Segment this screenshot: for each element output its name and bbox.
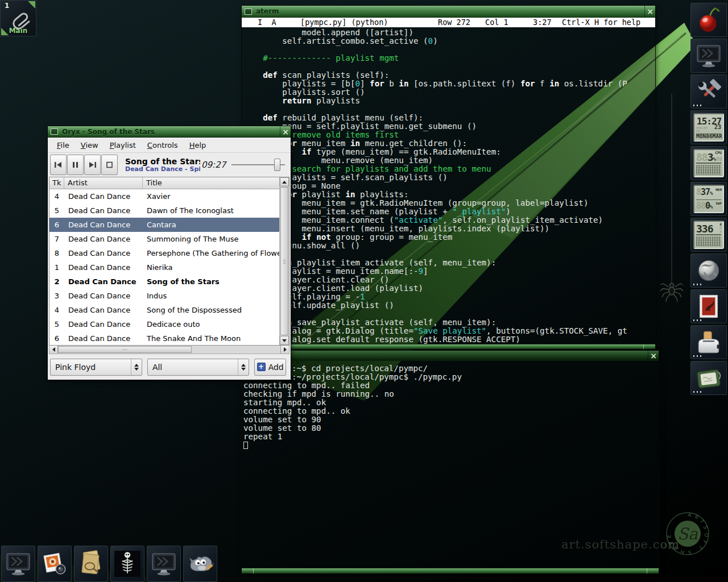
code-line: player.client.load (playlist) bbox=[243, 284, 655, 293]
horizontal-scroll-track[interactable] bbox=[192, 346, 280, 354]
code-line: self.artist_combo.set_active (0) bbox=[243, 37, 655, 45]
table-row[interactable]: 4Dead Can DanceXavier bbox=[49, 189, 279, 203]
cell-tk: 6 bbox=[49, 221, 64, 229]
table-row[interactable]: 6Dead Can DanceCantara bbox=[49, 218, 279, 232]
editor-terminal-titlebar[interactable]: aterm × bbox=[242, 6, 655, 18]
shell-line: repeat 1 bbox=[243, 433, 659, 441]
cell-artist: Dead Can Dance bbox=[64, 235, 143, 243]
close-button[interactable]: × bbox=[644, 6, 655, 17]
code-line: def rebuild_playlist_menu (self): bbox=[243, 114, 655, 122]
workspace-label: Main bbox=[1, 27, 36, 35]
taskbar bbox=[1, 546, 217, 582]
dock-item-sketchpad[interactable] bbox=[690, 361, 727, 395]
spider bbox=[660, 284, 683, 302]
code-line: playlists = [b[0] for b in [os.path.spli… bbox=[243, 80, 655, 88]
table-row[interactable]: 5Dead Can DanceDawn of The Iconoglast bbox=[49, 203, 279, 218]
cell-title: Song of the Stars bbox=[143, 277, 279, 286]
code-line: for menu_item in menu.get_children (): bbox=[243, 139, 655, 148]
taskbar-item-documents[interactable] bbox=[74, 546, 108, 582]
dock-item-memory-monitor[interactable]: 837% MEM 880% SWP bbox=[690, 182, 727, 216]
scroll-up-button[interactable] bbox=[280, 177, 289, 186]
menu-playlist[interactable]: Playlist bbox=[104, 139, 142, 151]
now-playing-artist: Dead Can Dance - Spir.. bbox=[125, 166, 200, 173]
shell-terminal-titlebar[interactable]: × bbox=[242, 351, 659, 361]
shell-line: connecting to mpd.. ok bbox=[243, 407, 659, 415]
add-button[interactable]: + Add bbox=[254, 359, 286, 376]
editor-resize-bar[interactable] bbox=[242, 344, 655, 349]
close-button[interactable]: × bbox=[648, 351, 659, 360]
album-filter-value: All bbox=[148, 363, 238, 372]
dock-item-cpu-monitor[interactable]: CPU 883%88 bbox=[690, 146, 727, 180]
arrow-up-icon bbox=[282, 181, 287, 184]
menu-controls[interactable]: Controls bbox=[142, 139, 184, 151]
album-filter-combo[interactable]: All bbox=[147, 359, 249, 376]
column-header-artist[interactable]: Artist bbox=[64, 177, 143, 189]
code-line bbox=[243, 250, 655, 259]
taskbar-item-photos[interactable] bbox=[38, 546, 72, 582]
vertical-scrollbar[interactable] bbox=[279, 177, 289, 345]
music-player-window: Oryx - Song of the Stars × File View Pla… bbox=[48, 126, 291, 380]
table-row[interactable]: 7Dead Can DanceSummoning of The Muse bbox=[49, 232, 279, 246]
horizontal-scroll-thumb[interactable] bbox=[58, 346, 192, 353]
column-header-title[interactable]: Title bbox=[143, 177, 279, 189]
dock-item-tools[interactable] bbox=[690, 74, 727, 109]
shell-output[interactable]: :~$ cd projects/local/pympc/:~/projects/… bbox=[242, 361, 659, 568]
gimp-icon bbox=[186, 550, 214, 578]
close-button[interactable]: × bbox=[280, 126, 291, 137]
taskbar-item-xray[interactable] bbox=[110, 546, 144, 582]
taskbar-item-terminal[interactable] bbox=[1, 546, 35, 582]
table-row[interactable]: 3Dead Can DanceIndus bbox=[49, 289, 279, 303]
scroll-left-button[interactable] bbox=[49, 346, 58, 354]
pause-button[interactable] bbox=[67, 155, 84, 175]
previous-button[interactable] bbox=[50, 155, 67, 175]
stop-button[interactable] bbox=[101, 155, 118, 175]
scroll-down-button[interactable] bbox=[280, 336, 289, 345]
dock-item-clock[interactable]: 15:27 23 AMALRM PM MON06MAR bbox=[690, 110, 727, 144]
vertical-scroll-thumb[interactable] bbox=[280, 187, 288, 335]
stop-icon bbox=[105, 161, 114, 169]
combo-spinner[interactable] bbox=[238, 359, 249, 375]
dock-item-toaster[interactable] bbox=[690, 325, 727, 359]
dock-item-browser[interactable] bbox=[690, 253, 727, 288]
scroll-right-button[interactable] bbox=[280, 346, 289, 354]
mem-separator bbox=[696, 199, 721, 200]
cell-tk: 3 bbox=[49, 292, 64, 300]
table-row[interactable]: 2Dead Can DanceSong of the Stars bbox=[49, 275, 279, 289]
cell-title: Song of the Dispossessed bbox=[143, 306, 279, 314]
desktop: art.softshape.com Sa ARTSOFT SHAPE 1 Mai… bbox=[0, 0, 728, 582]
horizontal-scrollbar[interactable] bbox=[49, 346, 289, 354]
seek-slider[interactable] bbox=[231, 158, 285, 172]
spin-up-icon bbox=[134, 364, 139, 367]
taskbar-item-terminal-2[interactable] bbox=[147, 546, 181, 582]
player-filter-bar: Pink Floyd All + Add bbox=[48, 354, 291, 380]
code-area[interactable]: model.append ([artist]) self.artist_comb… bbox=[242, 27, 655, 344]
shell-resize-bar[interactable] bbox=[242, 568, 659, 573]
table-row[interactable]: 1Dead Can DanceNierika bbox=[49, 260, 279, 275]
dock-item-terminal[interactable] bbox=[690, 39, 727, 73]
combo-spinner[interactable] bbox=[131, 359, 142, 375]
dock-item-network-monitor[interactable]: 336 K M G bbox=[690, 218, 727, 252]
editor-row-indicator: Row 272 bbox=[438, 18, 470, 27]
menu-view[interactable]: View bbox=[75, 139, 104, 151]
player-titlebar[interactable]: Oryx - Song of the Stars × bbox=[48, 126, 291, 138]
table-row[interactable]: 6Dead Can DanceThe Snake And The Moon bbox=[49, 331, 279, 346]
next-button[interactable] bbox=[84, 155, 101, 175]
table-row[interactable]: 5Dead Can DanceDedicace outo bbox=[49, 317, 279, 331]
table-row[interactable]: 4Dead Can DanceSong of the Dispossessed bbox=[49, 303, 279, 317]
dock-item-cherry[interactable] bbox=[690, 3, 727, 37]
globe-icon bbox=[694, 256, 723, 285]
artist-filter-combo[interactable]: Pink Floyd bbox=[50, 359, 142, 376]
menu-help[interactable]: Help bbox=[184, 139, 212, 151]
workspace-clip[interactable]: 1 Main bbox=[0, 0, 36, 36]
code-line: #------------- playlist mgmt bbox=[243, 54, 655, 63]
taskbar-item-gimp[interactable] bbox=[183, 546, 217, 582]
table-row[interactable]: 8Dead Can DancePersephone (The Gathering… bbox=[49, 246, 279, 260]
window-menu-button[interactable] bbox=[245, 9, 252, 15]
cell-title: Xavier bbox=[143, 192, 279, 201]
menu-file[interactable]: File bbox=[51, 139, 75, 151]
cell-title: The Snake And The Moon bbox=[143, 334, 279, 343]
seek-handle[interactable] bbox=[274, 159, 280, 171]
column-header-tk[interactable]: Tk bbox=[49, 177, 64, 189]
dock-item-mail[interactable] bbox=[690, 289, 727, 323]
window-menu-button[interactable] bbox=[51, 128, 58, 135]
